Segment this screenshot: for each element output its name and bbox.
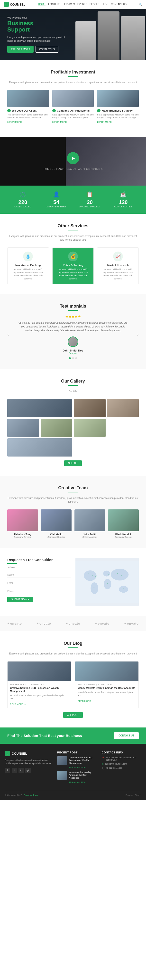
- hero-title-line1: Business: [7, 20, 33, 27]
- gallery-item-6[interactable]: [74, 419, 106, 437]
- gallery-item-1[interactable]: [7, 399, 72, 417]
- team-title: Creative Team: [7, 485, 139, 490]
- service-card-2[interactable]: 💰 Rates & Trading Our team will build to…: [52, 247, 94, 284]
- terms-link[interactable]: Terms: [135, 794, 141, 796]
- service-card-1[interactable]: 💧 Investment Banking Our team will build…: [7, 247, 49, 284]
- blog-date-1: 10 March, 2016: [30, 683, 44, 686]
- stats-section: ⚖️ 220 CASES SOLVED 👤 54 ATTORNEYS HERE …: [0, 186, 146, 214]
- facebook-icon[interactable]: f: [5, 768, 10, 773]
- form-field-name: [7, 572, 71, 578]
- team-photo-1: [7, 509, 38, 531]
- team-photo-4: [108, 509, 139, 531]
- tour-play-button[interactable]: [67, 152, 79, 164]
- testimonial-prev-arrow[interactable]: ‹: [7, 332, 9, 337]
- avatar-image: [68, 337, 78, 347]
- footer-post-title-2[interactable]: Money Markets Delay Findings the Best Ac…: [69, 771, 97, 780]
- learn-more-2[interactable]: LEARN MORE: [52, 121, 67, 123]
- svg-point-3: [103, 571, 110, 577]
- footer-post-date-1: 12 November 2016: [69, 766, 85, 768]
- nav-services[interactable]: SERVICES: [63, 3, 75, 6]
- blog-section: Our Blog Everyone with pleasure and prae…: [0, 631, 146, 727]
- footer-brand[interactable]: CoolieWeb.xyz: [24, 794, 39, 796]
- service-icon-3: 📈: [113, 251, 123, 261]
- stat-label-3: ONGOING PROJECT: [74, 205, 105, 208]
- consult-form: Request a Free Consultion Subtitle SUBMI…: [7, 558, 71, 602]
- footer-post-content-2: Money Markets Delay Findings the Best Ac…: [69, 771, 97, 784]
- footer-social: f t in g+: [5, 768, 52, 773]
- nav-about[interactable]: ABOUT US: [48, 3, 60, 6]
- blog-read-more-1[interactable]: READ MORE →: [10, 703, 26, 705]
- cta-button[interactable]: CONTACT US: [114, 732, 139, 739]
- learn-more-1[interactable]: LEARN MORE: [7, 121, 22, 123]
- service-card-3[interactable]: 📈 Market Research Our team will build to…: [97, 247, 139, 284]
- privacy-link[interactable]: Privacy: [125, 794, 133, 796]
- footer-contact-title: CONTACT INFO: [102, 751, 141, 754]
- invest-card-desc-1: Text goes here with some description and…: [7, 113, 49, 119]
- svg-point-4: [104, 579, 111, 589]
- nav-blog[interactable]: BLOG: [102, 3, 109, 6]
- blog-title: Our Blog: [7, 641, 139, 646]
- email-input[interactable]: [7, 580, 71, 586]
- profitable-section: Profitable Investment Everyone with plea…: [0, 60, 146, 137]
- partner-2[interactable]: ✦ envato: [37, 622, 51, 625]
- partner-label-5: envato: [127, 622, 139, 625]
- nav-people[interactable]: PEOPLE: [90, 3, 99, 6]
- google-plus-icon[interactable]: g+: [25, 768, 30, 773]
- gallery-see-all-button[interactable]: SEE ALL: [64, 460, 82, 466]
- stat-number-3: 20: [74, 199, 105, 205]
- gallery-image-1: [7, 399, 72, 417]
- blog-all-btn-wrap: ALL POST: [7, 712, 139, 718]
- gallery-item-3[interactable]: [107, 399, 139, 417]
- partner-3[interactable]: ✦ envato: [66, 622, 80, 625]
- gallery-item-2[interactable]: [74, 399, 106, 417]
- search-icon[interactable]: 🔍: [139, 3, 142, 6]
- cta-strip: Find The Solution That Best your Busines…: [0, 727, 146, 744]
- svg-point-7: [92, 575, 93, 576]
- nav-home[interactable]: HOME: [38, 3, 45, 6]
- blog-post-title-1: Creative Solution CEO Focuses on Wealth …: [10, 686, 68, 693]
- testimonial-dot-1[interactable]: [69, 357, 71, 359]
- title-divider: [68, 76, 78, 76]
- cta-text: Find The Solution That Best your Busines…: [7, 733, 82, 738]
- team-name-1: Fabulous Tony: [7, 533, 38, 536]
- consult-submit-button[interactable]: SUBMIT NOW +: [7, 597, 33, 602]
- testimonials-section: Testimonials ‹ ★★★★★ Ut enim ad mini ven…: [0, 294, 146, 369]
- partners-section: ✦ envato ✦ envato ✦ envato ✦ envato ✦ en…: [0, 616, 146, 631]
- learn-more-3[interactable]: LEARN MORE: [97, 121, 112, 123]
- footer-post-title-1[interactable]: Creative Solution CEO Focuses on Wealth …: [69, 756, 97, 765]
- check-icon-1: [7, 109, 11, 112]
- address-icon: 📍: [102, 757, 104, 759]
- gallery-item-4[interactable]: [7, 419, 39, 437]
- blog-post-2: HEALTH & BEAUTY | 10 March, 2016 Money M…: [75, 661, 139, 708]
- invest-card-3: Make Business Strategy Set a appropriate…: [97, 90, 139, 124]
- twitter-icon[interactable]: t: [12, 768, 17, 773]
- team-photo-2: [41, 509, 72, 531]
- testimonial-quote: Ut enim ad mini veniam, quis nostrud exe…: [17, 321, 129, 332]
- testimonial-dot-2[interactable]: [72, 357, 74, 359]
- gallery-item-5[interactable]: [41, 419, 72, 437]
- service-title-3: Market Research: [100, 264, 136, 267]
- gallery-item-7[interactable]: [7, 438, 72, 457]
- invest-image-3: [97, 90, 139, 107]
- linkedin-icon[interactable]: in: [19, 768, 24, 773]
- name-input[interactable]: [7, 572, 71, 578]
- logo[interactable]: C COUNSEL: [4, 2, 26, 7]
- partner-1[interactable]: ✦ envato: [7, 622, 22, 625]
- email-icon: ✉: [102, 763, 104, 765]
- contact-button[interactable]: CONTACT US: [35, 46, 58, 52]
- envato-icon-3: ✦: [66, 622, 68, 625]
- blog-read-more-2[interactable]: READ MORE →: [78, 700, 94, 702]
- blog-all-posts-button[interactable]: ALL POST: [63, 712, 82, 718]
- testimonial-next-arrow[interactable]: ›: [137, 332, 139, 337]
- team-section: Creative Team Everyone with pleasure and…: [0, 476, 146, 548]
- nav-contact[interactable]: CONTACT US: [111, 3, 127, 6]
- footer-about-col: C COUNSEL Everyone with pleasure and pra…: [5, 751, 52, 786]
- blog-excerpt-2: More information about this post goes he…: [78, 691, 136, 697]
- phone-input[interactable]: [7, 589, 71, 594]
- nav-events[interactable]: EVENTS: [77, 3, 87, 6]
- partner-4[interactable]: ✦ envato: [95, 622, 109, 625]
- blog-category-1: HEALTH & BEAUTY: [10, 683, 28, 686]
- explore-button[interactable]: EXPLORE MORE: [7, 46, 34, 52]
- testimonial-dot-3[interactable]: [75, 357, 77, 359]
- partner-5[interactable]: ✦ envato: [124, 622, 139, 625]
